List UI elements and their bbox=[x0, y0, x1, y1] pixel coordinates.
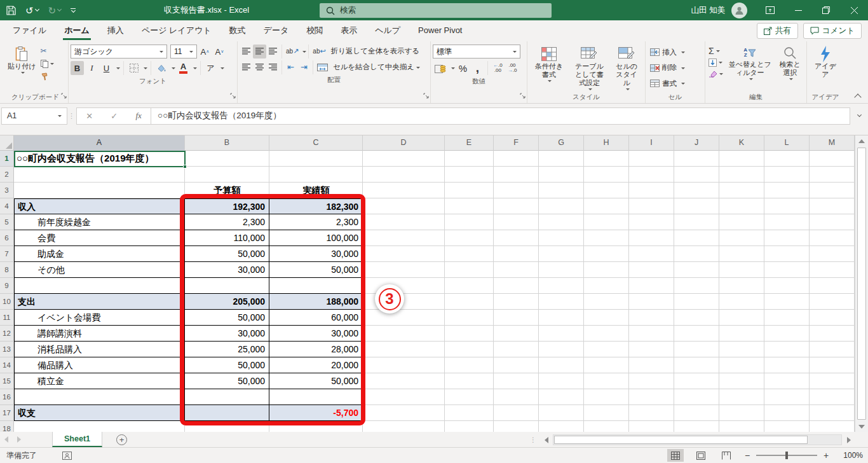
search-box[interactable]: 検索 bbox=[320, 3, 552, 18]
cell-B11[interactable]: 50,000 bbox=[185, 310, 269, 326]
cell-B10[interactable]: 205,000 bbox=[185, 294, 269, 310]
cell-B9[interactable] bbox=[185, 278, 269, 294]
cell-C14[interactable]: 20,000 bbox=[269, 357, 363, 373]
column-header-I[interactable]: I bbox=[629, 135, 674, 151]
cell-B16[interactable] bbox=[185, 389, 269, 405]
cell-styles-button[interactable]: セルのスタイル bbox=[610, 43, 643, 92]
cell-C4[interactable]: 182,300 bbox=[269, 198, 363, 214]
column-header-A[interactable]: A bbox=[14, 135, 185, 151]
format-cells-button[interactable]: 書式 bbox=[650, 77, 703, 90]
fill-color-button[interactable] bbox=[154, 61, 168, 75]
find-select-button[interactable]: 検索と選択 bbox=[775, 43, 804, 92]
cell-C17[interactable]: -5,700 bbox=[269, 405, 363, 421]
prev-sheet-arrow[interactable] bbox=[0, 432, 13, 447]
cancel-button[interactable]: ✕ bbox=[86, 111, 93, 121]
row-header-9[interactable]: 9 bbox=[0, 278, 13, 294]
cell-B14[interactable]: 50,000 bbox=[185, 357, 269, 373]
align-top-button[interactable] bbox=[240, 45, 253, 59]
column-header-F[interactable]: F bbox=[494, 135, 539, 151]
row-header-10[interactable]: 10 bbox=[0, 294, 13, 310]
cell-C12[interactable]: 30,000 bbox=[269, 326, 363, 342]
wrap-text-button[interactable]: ab↩ bbox=[311, 45, 327, 59]
clipboard-dialog-launcher[interactable] bbox=[61, 90, 67, 101]
column-header-G[interactable]: G bbox=[539, 135, 584, 151]
ribbon-tab-5[interactable]: データ bbox=[255, 20, 298, 41]
expand-formula-bar-button[interactable] bbox=[850, 107, 867, 125]
ribbon-tab-9[interactable]: Power Pivot bbox=[409, 20, 471, 41]
align-left-button[interactable] bbox=[240, 60, 253, 74]
cell-C13[interactable]: 28,000 bbox=[269, 342, 363, 357]
cell-C10[interactable]: 188,000 bbox=[269, 294, 363, 310]
status-mode[interactable]: 準備完了 bbox=[6, 450, 37, 461]
cell-B3[interactable]: 予算額 bbox=[185, 183, 269, 198]
cell-B13[interactable]: 25,000 bbox=[185, 342, 269, 357]
alignment-dialog-launcher[interactable] bbox=[423, 90, 429, 101]
formula-input[interactable]: ○○町内会収支報告（2019年度） bbox=[151, 107, 850, 125]
page-break-view-button[interactable] bbox=[718, 449, 735, 462]
number-dialog-launcher[interactable] bbox=[520, 90, 526, 101]
undo-button[interactable]: ↺ bbox=[25, 6, 39, 15]
row-header-14[interactable]: 14 bbox=[0, 357, 13, 373]
ribbon-tab-3[interactable]: ページ レイアウト bbox=[133, 20, 220, 41]
decrease-decimal-button[interactable]: .00→.0 bbox=[506, 63, 519, 73]
delete-cells-button[interactable]: 削除 bbox=[650, 61, 703, 74]
row-header-1[interactable]: 1 bbox=[0, 151, 13, 167]
minimize-button[interactable] bbox=[784, 0, 812, 20]
font-size-select[interactable]: 11 bbox=[170, 45, 197, 59]
share-button[interactable]: 共有 bbox=[757, 23, 798, 39]
cell-A14[interactable]: 備品購入 bbox=[14, 357, 185, 373]
select-all-corner[interactable] bbox=[0, 135, 14, 151]
formula-bar-splitter[interactable]: ⋮ bbox=[67, 112, 76, 120]
ribbon-tab-2[interactable]: 挿入 bbox=[98, 20, 133, 41]
restore-button[interactable] bbox=[812, 0, 840, 20]
cell-A4[interactable]: 収入 bbox=[14, 198, 185, 214]
merge-center-button[interactable] bbox=[315, 60, 330, 74]
increase-indent-button[interactable]: ⇥ bbox=[297, 60, 311, 74]
cell-A9[interactable] bbox=[14, 278, 185, 294]
zoom-level[interactable]: 100% bbox=[839, 451, 863, 460]
underline-button[interactable]: U bbox=[100, 61, 113, 75]
vertical-scrollbar[interactable] bbox=[855, 135, 868, 432]
cell-A7[interactable]: 助成金 bbox=[14, 246, 185, 262]
horizontal-scroll-thumb[interactable] bbox=[554, 436, 808, 444]
ribbon-tab-1[interactable]: ホーム bbox=[55, 20, 98, 41]
ribbon-tab-0[interactable]: ファイル bbox=[4, 20, 55, 41]
grid-area[interactable]: ○○町内会収支報告（2019年度） 予算額実績額収入192,300182,300… bbox=[14, 151, 855, 432]
column-header-L[interactable]: L bbox=[764, 135, 810, 151]
comments-button[interactable]: コメント bbox=[803, 23, 862, 39]
font-name-select[interactable]: 游ゴシック bbox=[71, 45, 167, 59]
row-header-11[interactable]: 11 bbox=[0, 310, 13, 326]
autosum-button[interactable]: Σ bbox=[709, 46, 723, 56]
user-name[interactable]: 山田 知美 bbox=[691, 5, 725, 16]
increase-font-button[interactable]: A∧ bbox=[198, 45, 212, 59]
row-header-8[interactable]: 8 bbox=[0, 262, 13, 278]
scrollbar-gripper[interactable]: ⋮ bbox=[530, 436, 537, 443]
cell-A6[interactable]: 会費 bbox=[14, 230, 185, 246]
conditional-formatting-button[interactable]: 条件付き書式 bbox=[529, 43, 569, 92]
cell-C11[interactable]: 60,000 bbox=[269, 310, 363, 326]
row-header-2[interactable]: 2 bbox=[0, 167, 13, 183]
column-header-H[interactable]: H bbox=[584, 135, 629, 151]
row-header-3[interactable]: 3 bbox=[0, 183, 13, 198]
cell-A12[interactable]: 講師講演料 bbox=[14, 326, 185, 342]
row-header-6[interactable]: 6 bbox=[0, 230, 13, 246]
comma-style-button[interactable]: , bbox=[471, 61, 484, 75]
ribbon-tab-7[interactable]: 表示 bbox=[332, 20, 366, 41]
cell-A1[interactable]: ○○町内会収支報告（2019年度） bbox=[14, 151, 185, 167]
clear-button[interactable] bbox=[709, 69, 723, 79]
bold-button[interactable]: B bbox=[71, 61, 84, 75]
copy-button[interactable] bbox=[41, 59, 54, 69]
wrap-text-label[interactable]: 折り返して全体を表示する bbox=[331, 46, 420, 56]
cell-C9[interactable] bbox=[269, 278, 363, 294]
row-header-12[interactable]: 12 bbox=[0, 326, 13, 342]
next-sheet-arrow[interactable] bbox=[13, 432, 25, 447]
scroll-down-arrow[interactable] bbox=[855, 421, 868, 432]
fill-button[interactable] bbox=[709, 57, 723, 67]
enter-button[interactable]: ✓ bbox=[111, 111, 118, 121]
cell-C7[interactable]: 30,000 bbox=[269, 246, 363, 262]
format-as-table-button[interactable]: テーブルとして書式設定 bbox=[569, 43, 611, 92]
row-header-7[interactable]: 7 bbox=[0, 246, 13, 262]
customize-qat-button[interactable] bbox=[71, 8, 76, 12]
ribbon-tab-4[interactable]: 数式 bbox=[220, 20, 255, 41]
increase-decimal-button[interactable]: ←.0.00 bbox=[491, 63, 505, 73]
